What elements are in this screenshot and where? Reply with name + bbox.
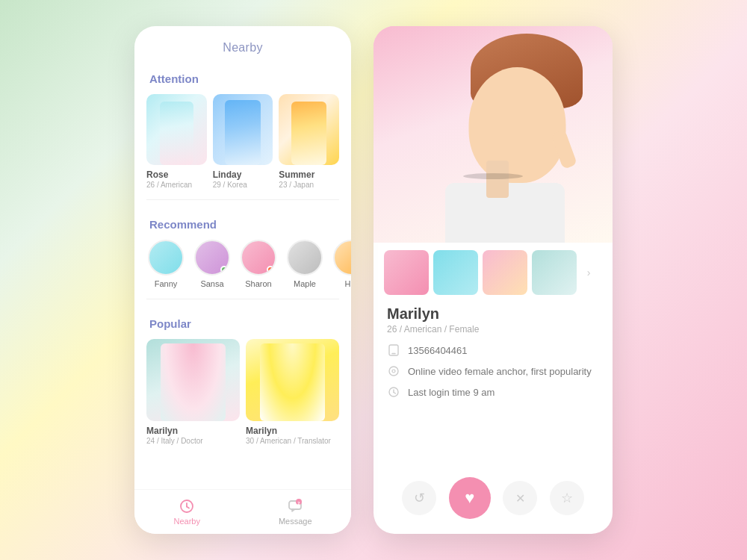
refresh-button[interactable]: ↺: [402, 481, 436, 515]
person-pop-1: [146, 339, 240, 421]
popular-grid: Marilyn 24 / Italy / Doctor Marilyn 30 /…: [134, 339, 351, 445]
person-linday: [213, 94, 273, 165]
left-card-content: Nearby Attention Rose 26 / American: [134, 26, 351, 534]
recommend-item-sharon[interactable]: Sharon: [239, 240, 278, 288]
recommend-item-fanny[interactable]: Fanny: [146, 240, 185, 288]
recommend-item-sansa[interactable]: Sansa: [193, 240, 232, 288]
detail-row-login: Last login time 9 am: [387, 385, 599, 399]
attention-photo-linday: [213, 94, 273, 165]
attention-sub-rose: 26 / American: [146, 181, 192, 189]
avatar-sharon: [241, 240, 276, 276]
phone-icon: [387, 343, 400, 357]
online-dot-sansa: [220, 266, 228, 273]
like-button[interactable]: ♥: [449, 477, 491, 519]
nav-item-nearby[interactable]: Nearby: [173, 498, 199, 526]
divider-2: [146, 299, 339, 299]
detail-text-phone: 13566404461: [408, 345, 468, 356]
attention-photo-rose: [146, 94, 207, 165]
bottom-nav: Nearby 2 Message: [134, 489, 351, 534]
person-summer: [279, 94, 339, 165]
online-dot-sharon: [267, 266, 274, 273]
attention-item-summer[interactable]: Summer 23 / Japan: [279, 94, 339, 189]
detail-text-login: Last login time 9 am: [408, 387, 495, 398]
profile-name: Marilyn: [387, 305, 599, 323]
clock-icon: [179, 498, 195, 514]
thumb-3[interactable]: [483, 250, 527, 295]
popular-section-title: Popular: [134, 310, 351, 339]
person-rose: [146, 94, 207, 165]
video-icon: [387, 364, 400, 378]
attention-name-linday: Linday: [213, 169, 242, 180]
recommend-item-maple[interactable]: Maple: [285, 240, 324, 288]
detail-text-video: Online video female anchor, first popula…: [408, 366, 592, 377]
profile-info: Marilyn 26 / American / Female: [374, 302, 613, 343]
attention-name-summer: Summer: [279, 169, 314, 180]
detail-row-video: Online video female anchor, first popula…: [387, 364, 599, 378]
thumb-2[interactable]: [433, 250, 478, 295]
popular-item-2[interactable]: Marilyn 30 / American / Translator: [246, 339, 339, 445]
thumb-strip: ›: [374, 243, 613, 302]
svg-line-2: [187, 507, 189, 508]
divider-1: [146, 199, 339, 200]
attention-grid: Rose 26 / American Linday 29 / Korea: [134, 94, 351, 189]
right-card: › Marilyn 26 / American / Female 1356640…: [374, 26, 613, 534]
attention-name-rose: Rose: [146, 169, 168, 180]
profile-details: 13566404461 Online video female anchor, …: [374, 343, 613, 399]
person-pop-2: [246, 339, 339, 421]
avatar-h: [333, 240, 351, 276]
recommend-name-sharon: Sharon: [245, 279, 271, 288]
attention-item-linday[interactable]: Linday 29 / Korea: [213, 94, 273, 189]
recommend-name-h: H...: [344, 279, 351, 288]
profile-hero: [374, 26, 613, 243]
detail-row-phone: 13566404461: [387, 343, 599, 357]
thumb-1[interactable]: [384, 250, 429, 295]
popular-item-1[interactable]: Marilyn 24 / Italy / Doctor: [146, 339, 240, 445]
avatar-fanny: [148, 240, 184, 276]
recommend-name-maple: Maple: [294, 279, 316, 288]
recommend-name-fanny: Fanny: [155, 279, 178, 288]
svg-point-8: [389, 367, 398, 376]
close-button[interactable]: ✕: [503, 481, 537, 515]
thumb-more-button[interactable]: ›: [581, 265, 596, 280]
popular-photo-1: [146, 339, 240, 421]
recommend-row: Fanny Sansa Sharon Maple H...: [134, 240, 351, 288]
recommend-item-h[interactable]: H...: [332, 240, 351, 288]
thumb-4[interactable]: [532, 250, 577, 295]
popular-photo-2: [246, 339, 339, 421]
attention-photo-summer: [279, 94, 339, 165]
popular-name-2: Marilyn: [246, 426, 339, 436]
message-icon: 2: [287, 498, 303, 514]
hero-photo: [374, 26, 613, 243]
login-clock-icon: [387, 385, 400, 399]
attention-sub-summer: 23 / Japan: [279, 181, 314, 189]
attention-section-title: Attention: [134, 65, 351, 94]
avatar-sansa: [194, 240, 230, 276]
attention-item-rose[interactable]: Rose 26 / American: [146, 94, 207, 189]
popular-name-1: Marilyn: [146, 426, 240, 436]
profile-meta: 26 / American / Female: [387, 324, 599, 335]
attention-sub-linday: 29 / Korea: [213, 181, 247, 189]
recommend-name-sansa: Sansa: [200, 279, 223, 288]
popular-sub-1: 24 / Italy / Doctor: [146, 437, 240, 445]
svg-point-9: [392, 370, 395, 373]
star-button[interactable]: ☆: [550, 481, 584, 515]
recommend-section-title: Recommend: [134, 211, 351, 240]
card-title: Nearby: [134, 26, 351, 65]
svg-line-12: [394, 393, 396, 394]
avatar-maple: [287, 240, 323, 276]
left-card: Nearby Attention Rose 26 / American: [134, 26, 351, 534]
nav-label-nearby: Nearby: [173, 517, 199, 526]
popular-sub-2: 30 / American / Translator: [246, 437, 339, 445]
nav-item-message[interactable]: 2 Message: [279, 498, 312, 526]
nav-label-message: Message: [279, 517, 312, 526]
action-bar: ↺ ♥ ✕ ☆: [374, 462, 613, 534]
